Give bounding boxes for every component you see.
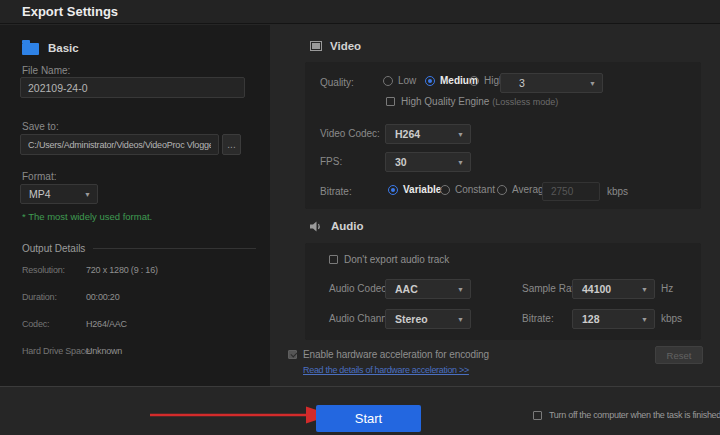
- sample-rate-value: 44100: [573, 283, 641, 295]
- file-name-label: File Name:: [22, 65, 70, 76]
- footer-bar: Start Turn off the computer when the tas…: [0, 386, 720, 435]
- video-group-panel: Quality: Low Medium High 3 ▼ High Qualit…: [305, 62, 701, 209]
- checkbox-icon: [533, 411, 542, 420]
- hw-accel-details-link[interactable]: Read the details of hardware acceleratio…: [303, 365, 469, 375]
- fps-value: 30: [386, 156, 457, 168]
- fps-select[interactable]: 30 ▼: [385, 152, 471, 172]
- red-arrow-annotation: [148, 404, 334, 426]
- format-label: Format:: [22, 171, 56, 182]
- video-codec-value: H264: [386, 128, 457, 140]
- chevron-down-icon: ▼: [457, 131, 470, 138]
- quality-radio-low[interactable]: Low: [383, 75, 416, 86]
- output-detail-row-resolution: Resolution: 720 x 1280 (9 : 16): [22, 265, 260, 277]
- radio-icon: [469, 76, 479, 86]
- audio-header-label: Audio: [331, 220, 364, 232]
- quality-label: Quality:: [320, 77, 354, 88]
- audio-bitrate-value: 128: [573, 313, 641, 325]
- basic-header-label: Basic: [48, 42, 79, 54]
- audio-codec-value: AAC: [386, 283, 457, 295]
- hq-engine-note: (Lossless mode): [492, 97, 558, 107]
- output-detail-row-duration: Duration: 00:00:20: [22, 292, 260, 304]
- format-note: * The most widely used format.: [22, 211, 152, 222]
- checkbox-icon: [329, 255, 338, 264]
- chevron-down-icon: ▼: [641, 286, 654, 293]
- page-title: Export Settings: [22, 4, 118, 19]
- audio-channel-value: Stereo: [386, 313, 457, 325]
- format-select[interactable]: MP4 ▼: [20, 184, 98, 204]
- video-icon: [310, 41, 322, 51]
- save-to-input[interactable]: [20, 134, 219, 155]
- audio-bitrate-unit: kbps: [661, 313, 682, 324]
- audio-bitrate-select[interactable]: 128 ▼: [572, 309, 655, 329]
- audio-group-panel: Don't export audio track Audio Codec: AA…: [305, 243, 701, 340]
- format-value: MP4: [21, 188, 84, 200]
- fps-label: FPS:: [320, 156, 342, 167]
- radio-icon: [425, 76, 435, 86]
- sample-rate-select[interactable]: 44100 ▼: [572, 279, 655, 299]
- sample-rate-unit: Hz: [661, 283, 673, 294]
- divider: [93, 248, 256, 249]
- audio-codec-select[interactable]: AAC ▼: [385, 279, 471, 299]
- quality-level-value: 3: [501, 77, 589, 89]
- hq-engine-checkbox[interactable]: High Quality Engine (Lossless mode): [386, 96, 558, 107]
- audio-channel-select[interactable]: Stereo ▼: [385, 309, 471, 329]
- video-bitrate-unit: kbps: [607, 186, 628, 197]
- radio-icon: [383, 76, 393, 86]
- browse-button[interactable]: ...: [222, 134, 241, 155]
- folder-icon: [22, 43, 39, 55]
- file-name-input[interactable]: [20, 77, 245, 98]
- basic-panel: Basic File Name: Save to: ... Format: MP…: [0, 25, 270, 386]
- basic-section-header: Basic: [22, 40, 79, 55]
- bitrate-radio-variable[interactable]: Variable: [388, 184, 441, 195]
- quality-level-select[interactable]: 3 ▼: [500, 73, 603, 93]
- audio-codec-label: Audio Codec:: [329, 283, 389, 294]
- audio-bitrate-label: Bitrate:: [522, 313, 554, 324]
- chevron-down-icon: ▼: [589, 80, 602, 87]
- video-bitrate-input: 2750: [542, 182, 600, 201]
- shutdown-checkbox[interactable]: Turn off the computer when the task is f…: [533, 410, 720, 420]
- chevron-down-icon: ▼: [641, 316, 654, 323]
- start-button[interactable]: Start: [316, 405, 421, 432]
- chevron-down-icon: ▼: [457, 316, 470, 323]
- video-bitrate-label: Bitrate:: [320, 186, 352, 197]
- video-header-label: Video: [330, 40, 361, 52]
- output-detail-row-hdd: Hard Drive Space: Unknown: [22, 346, 260, 358]
- no-audio-checkbox[interactable]: Don't export audio track: [329, 254, 449, 265]
- radio-icon: [388, 185, 398, 195]
- video-codec-label: Video Codec:: [320, 128, 380, 139]
- chevron-down-icon: ▼: [457, 286, 470, 293]
- chevron-down-icon: ▼: [457, 159, 470, 166]
- save-to-label: Save to:: [22, 121, 59, 132]
- title-bar: Export Settings: [0, 0, 720, 24]
- output-detail-row-codec: Codec: H264/AAC: [22, 319, 260, 331]
- hw-accel-checkbox[interactable]: Enable hardware acceleration for encodin…: [288, 349, 489, 360]
- settings-panel: Video Quality: Low Medium High 3 ▼: [270, 25, 720, 386]
- video-codec-select[interactable]: H264 ▼: [385, 124, 471, 144]
- checkbox-icon: [288, 350, 297, 359]
- checkbox-icon: [386, 97, 395, 106]
- chevron-down-icon: ▼: [84, 191, 97, 198]
- audio-section-header: Audio: [310, 220, 364, 232]
- radio-icon: [497, 185, 507, 195]
- export-settings-dialog: Export Settings Basic File Name: Save to…: [0, 0, 720, 435]
- bitrate-radio-constant[interactable]: Constant: [440, 184, 495, 195]
- reset-button[interactable]: Reset: [655, 346, 703, 364]
- output-details-header: Output Details: [22, 243, 256, 254]
- audio-icon: [310, 221, 323, 232]
- radio-icon: [440, 185, 450, 195]
- video-section-header: Video: [310, 40, 361, 52]
